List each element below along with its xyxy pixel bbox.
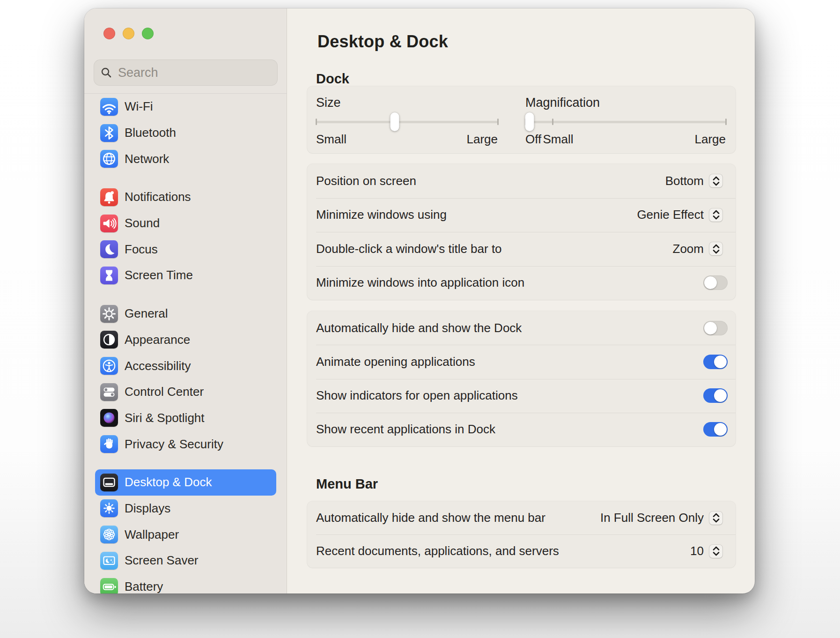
screen-saver-icon bbox=[100, 552, 118, 570]
section-header-menu-bar: Menu Bar bbox=[316, 476, 378, 492]
content-pane: Desktop & Dock Dock Size Small Large Mag… bbox=[287, 8, 755, 593]
sidebar-item-displays[interactable]: Displays bbox=[95, 496, 276, 522]
position-popup[interactable]: Bottom bbox=[665, 174, 722, 188]
contrast-circle-icon bbox=[100, 331, 118, 349]
sidebar-item-sound[interactable]: Sound bbox=[95, 210, 276, 237]
row-label: Show recent applications in Dock bbox=[316, 422, 495, 437]
system-settings-window: Wi-Fi Bluetooth Network Notifications bbox=[84, 8, 755, 593]
row-label: Minimize windows using bbox=[316, 208, 447, 222]
sidebar-item-accessibility[interactable]: Accessibility bbox=[95, 353, 276, 379]
row-label: Automatically hide and show the menu bar bbox=[316, 511, 545, 525]
sidebar-item-label: Wallpaper bbox=[125, 527, 179, 542]
sidebar-item-general[interactable]: General bbox=[95, 301, 276, 327]
sidebar-item-notifications[interactable]: Notifications bbox=[95, 184, 276, 210]
auto-hide-menu-bar-popup[interactable]: In Full Screen Only bbox=[600, 511, 722, 525]
animate-opening-toggle[interactable] bbox=[703, 355, 728, 369]
double-click-title-bar-row: Double-click a window's title bar to Zoo… bbox=[307, 232, 736, 266]
show-recent-apps-toggle[interactable] bbox=[703, 422, 728, 437]
popup-value: Bottom bbox=[665, 174, 704, 188]
slider-end-tick bbox=[725, 119, 727, 125]
network-globe-icon bbox=[100, 150, 118, 168]
sidebar-item-wifi[interactable]: Wi-Fi bbox=[95, 94, 276, 120]
sidebar-item-battery[interactable]: Battery bbox=[95, 574, 276, 593]
sidebar-item-label: Screen Saver bbox=[125, 553, 199, 568]
search-field[interactable] bbox=[94, 59, 278, 86]
moon-icon bbox=[100, 240, 118, 258]
row-label: Double-click a window's title bar to bbox=[316, 242, 502, 256]
magnification-slider-label: Magnification bbox=[525, 96, 600, 110]
row-label: Animate opening applications bbox=[316, 355, 475, 369]
magnification-off-label: Off bbox=[525, 132, 541, 147]
size-min-label: Small bbox=[316, 132, 346, 147]
bell-icon bbox=[100, 188, 118, 206]
sidebar-item-label: Screen Time bbox=[125, 268, 193, 282]
dock-behavior-card: Position on screen Bottom Minimize windo… bbox=[307, 164, 736, 300]
auto-hide-menu-bar-row: Automatically hide and show the menu bar… bbox=[307, 501, 736, 534]
sidebar-item-focus[interactable]: Focus bbox=[95, 236, 276, 262]
toggle-knob bbox=[704, 322, 717, 334]
desktop-dock-icon bbox=[100, 474, 118, 491]
bluetooth-icon bbox=[100, 124, 118, 142]
battery-icon bbox=[100, 578, 118, 593]
recent-documents-popup[interactable]: 10 bbox=[690, 544, 722, 558]
sidebar-item-bluetooth[interactable]: Bluetooth bbox=[95, 120, 276, 146]
sidebar-item-privacy-security[interactable]: Privacy & Security bbox=[95, 431, 276, 457]
sidebar-item-label: Network bbox=[125, 152, 169, 166]
chevron-up-down-icon bbox=[709, 512, 722, 525]
hourglass-icon bbox=[100, 267, 118, 284]
gear-icon bbox=[100, 305, 118, 323]
sidebar-item-label: Accessibility bbox=[125, 359, 191, 373]
minimize-effect-popup[interactable]: Genie Effect bbox=[637, 208, 722, 222]
sidebar-item-label: Appearance bbox=[125, 333, 190, 347]
window-controls bbox=[103, 28, 154, 39]
double-click-action-popup[interactable]: Zoom bbox=[673, 242, 722, 256]
magnification-slider-thumb[interactable] bbox=[525, 112, 534, 131]
close-button[interactable] bbox=[103, 28, 115, 39]
zoom-button[interactable] bbox=[142, 28, 154, 39]
popup-value: 10 bbox=[690, 544, 704, 558]
size-slider-label: Size bbox=[316, 96, 341, 110]
toggle-knob bbox=[714, 389, 727, 402]
sidebar-item-label: Desktop & Dock bbox=[125, 475, 212, 490]
chevron-up-down-icon bbox=[709, 545, 722, 558]
row-label: Minimize windows into application icon bbox=[316, 275, 524, 290]
sidebar-item-wallpaper[interactable]: Wallpaper bbox=[95, 521, 276, 548]
sidebar-item-screen-saver[interactable]: Screen Saver bbox=[95, 548, 276, 574]
size-slider[interactable] bbox=[316, 121, 498, 123]
siri-orb-icon bbox=[100, 409, 118, 427]
row-label: Recent documents, applications, and serv… bbox=[316, 544, 559, 558]
magnification-slider[interactable] bbox=[525, 121, 726, 123]
sidebar-item-label: Privacy & Security bbox=[125, 437, 223, 452]
search-input[interactable] bbox=[117, 65, 285, 81]
size-slider-thumb[interactable] bbox=[391, 112, 399, 131]
show-indicators-toggle[interactable] bbox=[703, 388, 728, 403]
sidebar-item-screen-time[interactable]: Screen Time bbox=[95, 262, 276, 289]
minimize-into-app-icon-toggle[interactable] bbox=[703, 275, 728, 290]
chevron-up-down-icon bbox=[709, 174, 722, 187]
row-label: Show indicators for open applications bbox=[316, 388, 518, 403]
sidebar-item-siri-spotlight[interactable]: Siri & Spotlight bbox=[95, 405, 276, 431]
page-title: Desktop & Dock bbox=[317, 32, 448, 52]
auto-hide-dock-row: Automatically hide and show the Dock bbox=[307, 311, 736, 345]
magnification-small-label: Small bbox=[543, 132, 573, 147]
sidebar-item-label: Battery bbox=[125, 579, 163, 593]
sidebar-item-appearance[interactable]: Appearance bbox=[95, 327, 276, 353]
section-header-dock: Dock bbox=[316, 71, 349, 87]
dock-sliders-card: Size Small Large Magnification Off Small… bbox=[307, 86, 736, 153]
flower-icon bbox=[100, 526, 118, 543]
auto-hide-dock-toggle[interactable] bbox=[703, 321, 728, 335]
toggle-knob bbox=[714, 356, 727, 368]
sidebar-item-network[interactable]: Network bbox=[95, 146, 276, 172]
chevron-up-down-icon bbox=[709, 242, 722, 255]
speaker-icon bbox=[100, 215, 118, 232]
sidebar-item-control-center[interactable]: Control Center bbox=[95, 379, 276, 405]
chevron-up-down-icon bbox=[709, 208, 722, 222]
minimize-button[interactable] bbox=[123, 28, 134, 39]
sidebar-item-label: General bbox=[125, 306, 168, 321]
slider-small-tick bbox=[552, 119, 553, 125]
toggle-knob bbox=[704, 276, 717, 289]
sidebar-item-desktop-dock[interactable]: Desktop & Dock bbox=[95, 469, 276, 496]
popup-value: Genie Effect bbox=[637, 208, 704, 222]
size-max-label: Large bbox=[467, 132, 498, 147]
sidebar-item-label: Displays bbox=[125, 501, 170, 516]
